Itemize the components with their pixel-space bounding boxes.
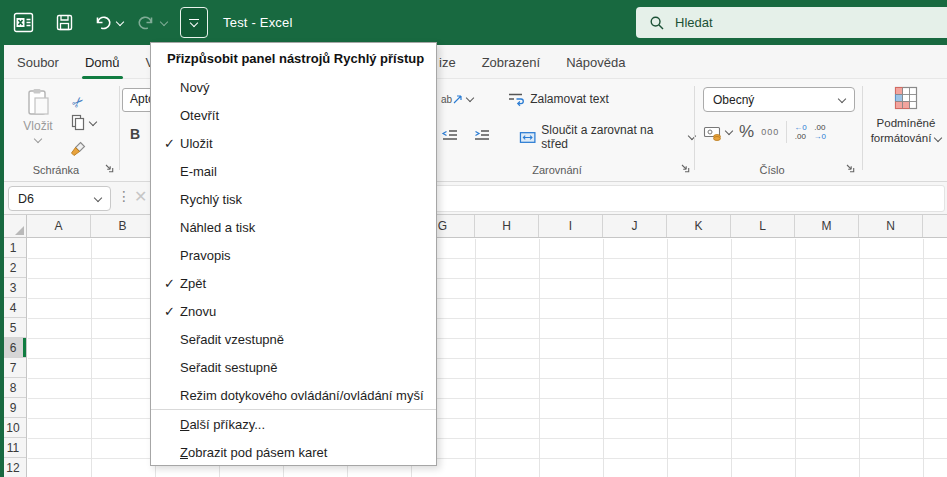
ribbon-tab-row: Soubor Domů Vlož ize Zobrazení Nápověda <box>0 45 947 79</box>
menu-item-seradit-vzestupne[interactable]: Seřadit vzestupně <box>151 325 436 353</box>
tab-zobrazeni[interactable]: Zobrazení <box>469 45 554 79</box>
menu-item-novy[interactable]: Nový <box>151 73 436 101</box>
copy-button[interactable] <box>70 114 96 131</box>
qat-menu-header: Přizpůsobit panel nástrojů Rychlý přístu… <box>151 43 436 73</box>
name-box[interactable]: D6 <box>8 186 111 211</box>
orientation-dropdown-chevron-icon <box>466 94 474 102</box>
customize-quick-access-toolbar-button[interactable] <box>180 7 208 38</box>
accounting-dropdown-chevron-icon <box>725 127 733 135</box>
check-icon: ✓ <box>151 304 177 319</box>
column-header[interactable]: N <box>859 215 923 237</box>
menu-item-label: Seřadit sestupně <box>177 360 278 375</box>
menu-item-seradit-sestupne[interactable]: Seřadit sestupně <box>151 353 436 381</box>
menu-item-label: Nový <box>177 80 210 95</box>
wrap-text-label: Zalamovat text <box>530 92 609 106</box>
check-icon: ✓ <box>151 276 177 291</box>
clipboard-dialog-launcher[interactable] <box>104 162 114 176</box>
merge-center-icon <box>519 130 536 145</box>
menu-item-zpet-checked[interactable]: ✓ Zpět <box>151 269 436 297</box>
number-format-value: Obecný <box>713 93 754 107</box>
worksheet-grid: A B C D E F G H I J K L M N 1 2 3 4 5 6 … <box>0 215 947 477</box>
menu-item-znovu-checked[interactable]: ✓ Znovu <box>151 297 436 325</box>
cut-button[interactable]: ✂ <box>68 82 98 112</box>
redo-button-disabled[interactable] <box>137 13 156 32</box>
paste-button[interactable]: Vložit <box>14 87 62 159</box>
tab-napoveda[interactable]: Nápověda <box>553 45 638 79</box>
undo-dropdown-chevron-icon[interactable] <box>116 17 124 25</box>
undo-button[interactable] <box>93 13 112 32</box>
orientation-arrow-icon <box>452 94 463 105</box>
bold-button[interactable]: B <box>130 126 140 142</box>
divider <box>786 121 787 143</box>
merge-center-label: Sloučit a zarovnat na střed <box>541 123 678 151</box>
decrease-indent-button[interactable] <box>441 128 459 147</box>
column-header[interactable]: K <box>667 215 731 237</box>
wrap-text-button[interactable]: Zalamovat text <box>507 91 609 107</box>
merge-dropdown-chevron-icon <box>688 132 696 140</box>
accounting-icon <box>703 124 722 141</box>
orientation-ab-glyph: ab <box>441 94 452 105</box>
document-title: Test - Excel <box>223 15 293 30</box>
merge-center-button[interactable]: Sloučit a zarovnat na střed <box>519 123 695 151</box>
conditional-formatting-label-1: Podmíněné <box>877 116 936 131</box>
menu-item-rychly-tisk[interactable]: Rychlý tisk <box>151 185 436 213</box>
number-dialog-launcher[interactable] <box>845 162 855 176</box>
search-icon <box>649 15 665 31</box>
menu-item-label: Zobrazit pod pásem karet <box>177 445 327 460</box>
menu-item-label: Pravopis <box>177 248 231 263</box>
styles-group: Podmíněné formátování <box>865 79 947 181</box>
excel-logo-icon <box>13 12 34 33</box>
menu-item-nahled-a-tisk[interactable]: Náhled a tisk <box>151 213 436 241</box>
percent-style-button[interactable]: % <box>739 122 754 142</box>
tab-domu-active[interactable]: Domů <box>72 45 133 79</box>
number-format-combobox[interactable]: Obecný <box>703 87 855 112</box>
paste-clipboard-icon <box>24 87 52 117</box>
menu-item-label: Náhled a tisk <box>177 220 255 235</box>
column-header[interactable] <box>923 215 947 237</box>
conditional-formatting-label-2: formátování <box>871 131 932 146</box>
increase-decimal-button[interactable]: ←0 .00 <box>794 123 806 141</box>
conditional-formatting-button[interactable]: Podmíněné formátování <box>865 85 947 146</box>
number-group: Obecný % 000 ←0 .00 <box>697 79 863 181</box>
column-header[interactable]: B <box>91 215 155 237</box>
redo-dropdown-chevron-icon[interactable] <box>160 17 168 25</box>
orientation-button[interactable]: ab <box>441 94 473 105</box>
row-headers: 1 2 3 4 5 6 7 8 9 10 11 12 <box>0 238 27 477</box>
alignment-dialog-launcher[interactable] <box>680 162 690 176</box>
menu-item-zobrazit-pod-pasem-karet[interactable]: Zobrazit pod pásem karet <box>151 438 436 466</box>
menu-item-label: Seřadit vzestupně <box>177 332 284 347</box>
search-box[interactable]: Hledat <box>636 7 947 38</box>
clipboard-group-label: Schránka <box>0 164 112 176</box>
formula-bar: D6 ⋮ ✕ <box>0 182 947 215</box>
alignment-group-label: Zarovnání <box>437 164 677 176</box>
column-header[interactable]: I <box>539 215 603 237</box>
title-bar: Test - Excel Hledat <box>0 0 947 45</box>
column-header[interactable]: J <box>603 215 667 237</box>
column-header[interactable]: A <box>27 215 91 237</box>
window-left-edge <box>0 0 4 477</box>
save-button[interactable] <box>55 13 74 32</box>
menu-item-ulozit-checked[interactable]: ✓ Uložit <box>151 129 436 157</box>
column-header[interactable]: H <box>475 215 539 237</box>
cancel-button-disabled[interactable]: ✕ <box>134 187 147 206</box>
menu-item-label: Znovu <box>177 304 216 319</box>
column-header[interactable]: L <box>731 215 795 237</box>
excel-window: Test - Excel Hledat Soubor Domů Vlož ize… <box>0 0 947 477</box>
alignment-group: ab Zalamovat text <box>437 79 695 181</box>
tab-soubor[interactable]: Soubor <box>4 45 72 79</box>
qat-icon-chevron <box>190 19 198 27</box>
column-header[interactable]: M <box>795 215 859 237</box>
menu-item-email[interactable]: E-mail <box>151 157 436 185</box>
menu-item-pravopis[interactable]: Pravopis <box>151 241 436 269</box>
decrease-decimal-button[interactable]: .00 →0 <box>814 123 826 141</box>
menu-item-otevrit[interactable]: Otevřít <box>151 101 436 129</box>
menu-item-label: Režim dotykového ovládání/ovládání myší <box>177 388 424 403</box>
menu-item-dalsi-prikazy[interactable]: Další příkazy... <box>151 410 436 438</box>
comma-style-button[interactable]: 000 <box>761 127 779 137</box>
menu-item-rezim-dotykoveho-ovladani[interactable]: Režim dotykového ovládání/ovládání myší <box>151 381 436 409</box>
select-all-corner[interactable] <box>0 215 27 238</box>
format-painter-button[interactable] <box>70 140 96 160</box>
number-format-chevron-icon <box>838 94 846 102</box>
accounting-format-button[interactable] <box>703 124 732 141</box>
increase-indent-button[interactable] <box>473 128 491 147</box>
